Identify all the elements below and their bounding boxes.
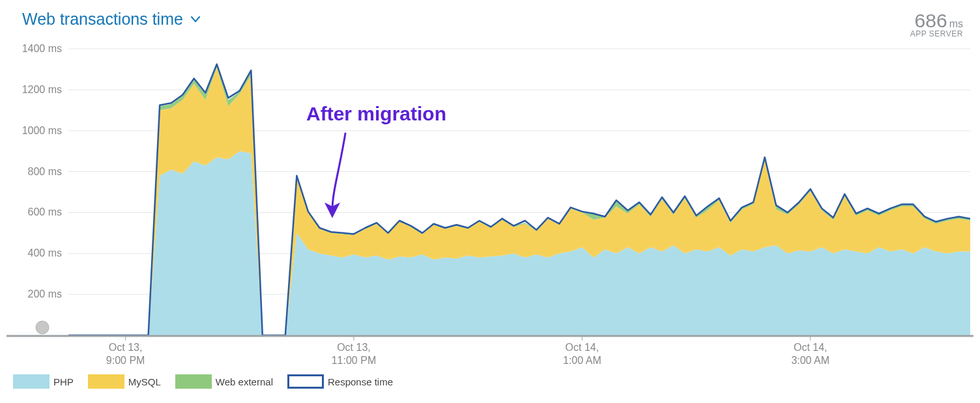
chart-title-dropdown[interactable]: Web transactions time [22,10,200,29]
svg-text:Oct 14,: Oct 14, [794,342,828,353]
legend-swatch [175,374,212,389]
svg-text:1000 ms: 1000 ms [22,125,62,136]
legend-item-response-time[interactable]: Response time [287,374,405,389]
svg-text:400 ms: 400 ms [28,247,62,258]
metric-label: APP SERVER [910,29,963,38]
legend-item-web-external[interactable]: Web external [175,374,285,389]
chart-legend: PHPMySQLWeb externalResponse time [13,374,973,389]
scrubber-handle[interactable] [36,321,49,334]
svg-text:Oct 14,: Oct 14, [566,342,599,353]
svg-text:800 ms: 800 ms [28,166,62,177]
metric-summary: 686ms APP SERVER [910,10,968,38]
svg-text:After migration: After migration [306,103,446,124]
svg-text:11:00 PM: 11:00 PM [332,355,376,366]
legend-swatch [287,374,324,389]
svg-text:1200 ms: 1200 ms [22,84,62,95]
svg-text:9:00 PM: 9:00 PM [106,355,145,366]
svg-text:3:00 AM: 3:00 AM [791,355,829,366]
legend-swatch [88,374,124,389]
chart-title-text: Web transactions time [22,10,183,29]
svg-text:200 ms: 200 ms [28,288,62,299]
annotation-after-migration: After migration [306,103,446,210]
legend-item-php[interactable]: PHP [13,374,85,389]
svg-text:1400 ms: 1400 ms [22,43,62,54]
svg-text:Oct 13,: Oct 13, [109,342,143,353]
legend-label: MySQL [128,376,173,387]
legend-item-mysql[interactable]: MySQL [88,374,173,389]
legend-label: Response time [328,376,405,387]
legend-label: Web external [216,376,285,387]
metric-value: 686 [915,10,947,31]
metric-unit: ms [949,18,963,29]
area-chart: 200 ms400 ms600 ms800 ms1000 ms1200 ms14… [7,42,973,368]
legend-label: PHP [53,376,85,387]
svg-text:Oct 13,: Oct 13, [337,342,371,353]
svg-text:600 ms: 600 ms [28,206,62,217]
legend-swatch [13,374,50,389]
chevron-down-icon [191,14,200,25]
svg-text:1:00 AM: 1:00 AM [563,355,601,366]
